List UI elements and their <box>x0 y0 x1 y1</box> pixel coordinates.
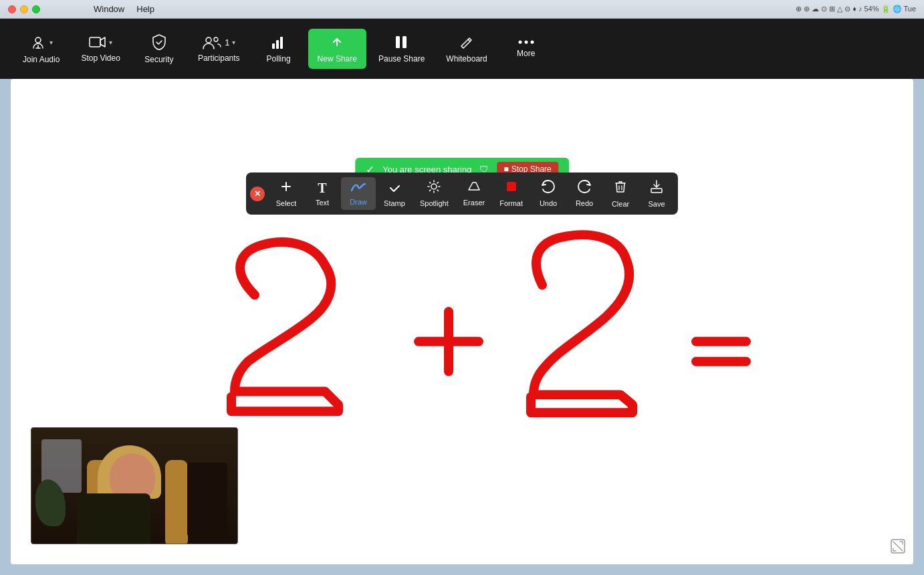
new-share-button[interactable]: New Share <box>308 29 366 69</box>
redo-tool[interactable]: Redo <box>567 176 602 211</box>
annotation-toolbar: ✕ Select T Text Draw <box>246 172 678 215</box>
stop-video-icon: ▾ <box>89 35 112 49</box>
more-icon <box>518 39 534 45</box>
redo-label: Redo <box>576 199 593 207</box>
security-button[interactable]: Security <box>132 28 186 70</box>
eraser-label: Eraser <box>463 199 485 207</box>
text-icon: T <box>318 181 326 196</box>
polling-icon <box>271 34 286 50</box>
spotlight-icon <box>427 180 441 197</box>
save-label: Save <box>648 200 665 208</box>
whiteboard-label: Whiteboard <box>446 54 487 64</box>
svg-point-13 <box>530 41 534 44</box>
svg-rect-16 <box>651 189 662 193</box>
svg-point-12 <box>524 41 528 44</box>
participants-label: Participants <box>198 53 240 63</box>
svg-rect-6 <box>280 37 283 49</box>
clear-tool[interactable]: Clear <box>603 175 638 212</box>
polling-label: Polling <box>267 54 291 64</box>
format-label: Format <box>499 199 523 207</box>
whiteboard-area: ✓ You are screen sharing 🛡 ■ Stop Share … <box>11 79 913 564</box>
svg-point-0 <box>35 37 41 43</box>
stop-video-label: Stop Video <box>81 53 120 63</box>
whiteboard-icon <box>459 34 475 50</box>
security-label: Security <box>144 55 173 64</box>
zoom-toolbar: ▾ Join Audio ▾ Stop Video Security <box>0 19 924 79</box>
svg-rect-10 <box>402 36 407 48</box>
window-menu[interactable]: Window <box>94 4 124 14</box>
svg-rect-1 <box>90 37 100 47</box>
svg-point-11 <box>518 41 522 44</box>
undo-label: Undo <box>540 199 557 207</box>
pause-share-icon <box>394 34 409 50</box>
participant-video <box>31 428 237 544</box>
svg-point-14 <box>431 184 437 189</box>
svg-point-2 <box>206 37 211 43</box>
svg-rect-9 <box>396 36 400 48</box>
save-icon <box>650 179 663 197</box>
expand-button[interactable] <box>891 539 905 556</box>
join-audio-icon: ▾ <box>29 33 53 51</box>
spotlight-label: Spotlight <box>420 199 449 207</box>
more-button[interactable]: More <box>499 34 553 64</box>
participants-icon: 1 ▾ <box>202 35 235 49</box>
join-audio-button[interactable]: ▾ Join Audio <box>13 28 69 70</box>
security-icon <box>151 33 167 51</box>
stamp-tool[interactable]: Stamp <box>377 176 412 211</box>
format-icon <box>505 180 518 197</box>
draw-label: Draw <box>350 198 367 206</box>
spotlight-tool[interactable]: Spotlight <box>413 176 455 211</box>
draw-icon <box>351 181 366 195</box>
whiteboard-button[interactable]: Whiteboard <box>437 29 496 69</box>
svg-rect-15 <box>507 182 516 191</box>
traffic-lights <box>8 5 40 13</box>
join-audio-label: Join Audio <box>23 55 60 64</box>
eraser-tool[interactable]: Eraser <box>457 177 491 211</box>
select-label: Select <box>276 199 297 207</box>
stamp-icon <box>388 180 401 197</box>
clear-label: Clear <box>612 200 629 208</box>
select-tool[interactable]: Select <box>269 176 304 211</box>
select-icon <box>279 180 293 197</box>
help-menu[interactable]: Help <box>136 4 154 14</box>
pause-share-button[interactable]: Pause Share <box>369 29 434 69</box>
format-tool[interactable]: Format <box>493 176 530 211</box>
annotation-close-button[interactable]: ✕ <box>250 187 265 201</box>
video-thumbnail <box>31 427 238 544</box>
svg-point-3 <box>214 37 218 41</box>
close-button[interactable] <box>8 5 16 13</box>
maximize-button[interactable] <box>32 5 40 13</box>
stamp-label: Stamp <box>384 199 405 207</box>
polling-button[interactable]: Polling <box>252 29 306 69</box>
eraser-icon <box>467 181 481 196</box>
new-share-label: New Share <box>318 54 357 64</box>
save-tool[interactable]: Save <box>639 175 674 212</box>
titlebar: Window Help ⊕ ⊛ ☁ ⊙ ⊞ △ ⊝ ♦ ♪ 54% 🔋 🌐 Tu… <box>0 0 924 19</box>
undo-tool[interactable]: Undo <box>531 176 566 211</box>
more-label: More <box>517 49 535 58</box>
titlebar-menus: Window Help <box>94 4 154 14</box>
svg-rect-4 <box>272 43 275 49</box>
undo-icon <box>541 180 556 197</box>
text-tool[interactable]: T Text <box>305 177 340 211</box>
draw-tool[interactable]: Draw <box>341 177 376 210</box>
svg-rect-5 <box>276 40 279 49</box>
participants-button[interactable]: 1 ▾ Participants <box>189 29 249 68</box>
clear-icon <box>614 179 627 197</box>
minimize-button[interactable] <box>20 5 28 13</box>
redo-icon <box>577 180 592 197</box>
text-label: Text <box>316 199 329 207</box>
titlebar-right: ⊕ ⊛ ☁ ⊙ ⊞ △ ⊝ ♦ ♪ 54% 🔋 🌐 Tue <box>796 5 916 13</box>
stop-video-button[interactable]: ▾ Stop Video <box>72 29 130 68</box>
new-share-icon <box>329 34 345 50</box>
pause-share-label: Pause Share <box>378 54 425 64</box>
